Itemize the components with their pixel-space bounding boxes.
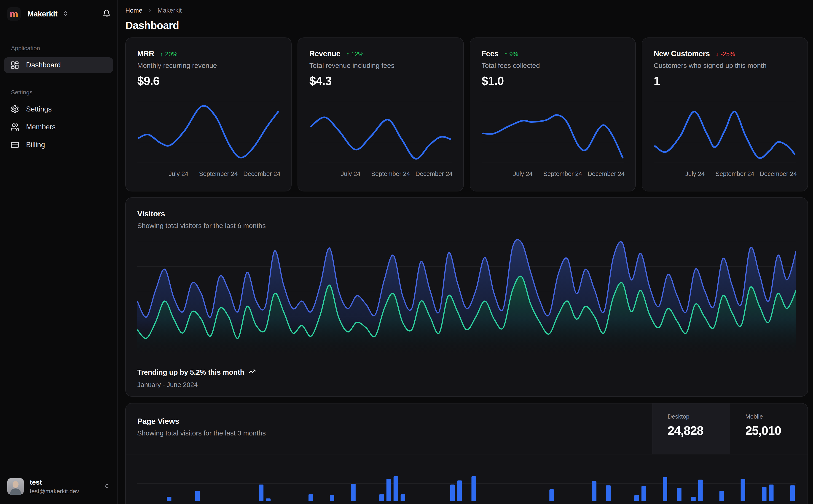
chevron-right-icon <box>147 8 153 13</box>
page-title: Dashboard <box>125 19 808 32</box>
stat-title: Fees <box>482 49 498 58</box>
stat-delta: ↑12% <box>346 51 364 58</box>
page-views-header: Page Views Showing total visitors for th… <box>126 403 808 454</box>
sidebar-item-dashboard[interactable]: Dashboard <box>4 57 113 73</box>
sidebar-item-settings[interactable]: Settings <box>4 101 113 117</box>
user-menu[interactable]: test test@makerkit.dev <box>4 476 113 497</box>
chevrons-up-down-icon <box>62 10 69 18</box>
stat-card-mrr: MRR↑20%Monthly recurring revenue$9.6July… <box>125 37 292 191</box>
stat-card-new-customers: New Customers↓-25%Customers who signed u… <box>642 37 808 191</box>
trending-up-icon <box>248 368 256 377</box>
stat-card-fees: Fees↑9%Total fees collected$1.0July 24Se… <box>470 37 636 191</box>
stat-value: $4.3 <box>309 74 452 88</box>
visitors-title: Visitors <box>137 209 796 218</box>
breadcrumb-home[interactable]: Home <box>125 7 142 14</box>
stat-sparkline-chart[interactable] <box>309 99 452 165</box>
breadcrumb-current: Makerkit <box>157 7 182 14</box>
trend-up-arrow-icon: ↑ <box>504 51 508 58</box>
sidebar-item-label: Members <box>26 123 56 131</box>
notifications-bell-icon[interactable] <box>102 9 111 19</box>
sidebar-item-billing[interactable]: Billing <box>4 137 113 153</box>
visitors-date-range: January - June 2024 <box>137 381 256 389</box>
stat-description: Total fees collected <box>482 62 624 69</box>
stat-card-revenue: Revenue↑12%Total revenue including fees$… <box>298 37 464 191</box>
stat-delta: ↑20% <box>160 51 177 58</box>
stat-cards-row: MRR↑20%Monthly recurring revenue$9.6July… <box>125 37 808 191</box>
visitors-card: Visitors Showing total visitors for the … <box>125 197 808 397</box>
stat-description: Customers who signed up this month <box>654 62 796 69</box>
sidebar-item-label: Billing <box>26 141 45 149</box>
credit-card-icon <box>11 141 19 149</box>
avatar <box>7 478 24 495</box>
stat-sparkline-chart[interactable] <box>137 99 280 165</box>
page-views-titles: Page Views Showing total visitors for th… <box>126 403 652 454</box>
stat-description: Monthly recurring revenue <box>137 62 280 69</box>
user-meta: test test@makerkit.dev <box>30 478 79 495</box>
stat-value: $1.0 <box>482 74 624 88</box>
gear-icon <box>11 105 19 114</box>
stat-title: MRR <box>137 49 154 58</box>
section-label-settings: Settings <box>4 89 113 96</box>
stat-title: Revenue <box>309 49 340 58</box>
nav-settings: Settings Members Billing <box>4 101 113 153</box>
chevrons-up-down-icon <box>104 483 110 490</box>
stat-delta: ↑9% <box>504 51 518 58</box>
page-views-stat-desktop[interactable]: Desktop 24,828 <box>652 403 730 454</box>
stat-sparkline-chart[interactable] <box>654 99 796 165</box>
trend-up-arrow-icon: ↑ <box>346 51 349 58</box>
visitors-area-chart[interactable] <box>137 238 796 353</box>
sidebar-item-label: Dashboard <box>26 61 61 69</box>
breadcrumb: Home Makerkit <box>125 7 808 14</box>
stat-title: New Customers <box>654 49 710 58</box>
visitors-footer: Trending up by 5.2% this month January -… <box>137 368 256 389</box>
user-email: test@makerkit.dev <box>30 488 79 495</box>
stat-x-labels: July 24September 24December 24 <box>482 170 624 178</box>
page-views-bar-chart[interactable] <box>137 454 796 501</box>
users-icon <box>11 123 19 131</box>
page-views-card: Page Views Showing total visitors for th… <box>125 403 808 504</box>
app-root: m Makerkit Application Dashboard Setting… <box>0 0 813 504</box>
stat-x-labels: July 24September 24December 24 <box>654 170 796 178</box>
nav-application: Dashboard <box>4 57 113 73</box>
visitors-subtitle: Showing total visitors for the last 6 mo… <box>137 222 796 230</box>
workspace-switcher[interactable]: m Makerkit <box>4 5 113 22</box>
sidebar-item-members[interactable]: Members <box>4 119 113 135</box>
stat-value: 1 <box>654 74 796 88</box>
section-label-application: Application <box>4 45 113 52</box>
stat-value: $9.6 <box>137 74 280 88</box>
makerkit-logo: m <box>7 7 21 21</box>
trend-up-arrow-icon: ↑ <box>160 51 163 58</box>
visitors-trend-text: Trending up by 5.2% this month <box>137 368 244 377</box>
layout-dashboard-icon <box>11 61 19 69</box>
stat-sparkline-chart[interactable] <box>482 99 624 165</box>
stat-delta: ↓-25% <box>716 51 735 58</box>
stat-description: Total revenue including fees <box>309 62 452 69</box>
trend-down-arrow-icon: ↓ <box>716 51 719 58</box>
stat-x-labels: July 24September 24December 24 <box>137 170 280 178</box>
sidebar-item-label: Settings <box>26 105 52 113</box>
sidebar: m Makerkit Application Dashboard Setting… <box>0 0 117 504</box>
user-name: test <box>30 478 79 487</box>
stat-x-labels: July 24September 24December 24 <box>309 170 452 178</box>
page-views-subtitle: Showing total visitors for the last 3 mo… <box>137 429 652 437</box>
page-views-title: Page Views <box>137 417 652 426</box>
workspace-name: Makerkit <box>27 10 58 18</box>
page-views-stat-mobile[interactable]: Mobile 25,010 <box>730 403 808 454</box>
main-content: Home Makerkit Dashboard MRR↑20%Monthly r… <box>117 0 813 504</box>
